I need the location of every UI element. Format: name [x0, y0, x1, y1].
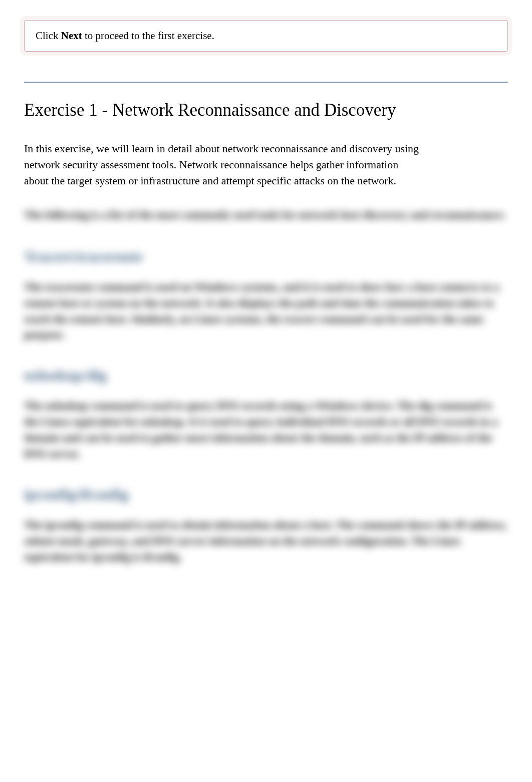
section-3-body: The ipconfig command is used to obtain i…	[24, 517, 508, 565]
content-area: Exercise 1 - Network Reconnaissance and …	[24, 98, 508, 565]
lead-paragraph: The following is a list of the most comm…	[24, 207, 508, 223]
blurred-content: The following is a list of the most comm…	[24, 207, 508, 565]
section-2-body: The nslookup command is used to query DN…	[24, 398, 508, 462]
callout-bold: Next	[61, 30, 82, 42]
intro-paragraph: In this exercise, we will learn in detai…	[24, 141, 425, 189]
callout-prefix: Click	[36, 30, 61, 42]
instruction-callout: Click Next to proceed to the first exerc…	[24, 20, 508, 52]
section-2-heading: nslookup/dig	[24, 367, 508, 384]
section-divider	[24, 82, 508, 83]
callout-suffix: to proceed to the first exercise.	[82, 30, 214, 42]
section-1-body: The traceroute command is used on Window…	[24, 279, 508, 343]
exercise-title: Exercise 1 - Network Reconnaissance and …	[24, 98, 400, 122]
section-3-heading: ipconfig/ifconfig	[24, 486, 508, 503]
section-1-heading: Tracert/traceroute	[24, 248, 508, 265]
